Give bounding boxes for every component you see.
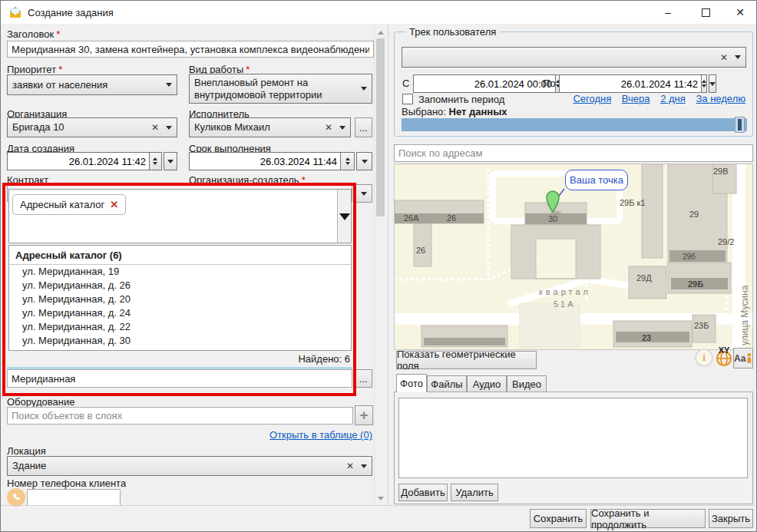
add-equipment-button[interactable]: + [355,405,373,425]
list-item[interactable]: ул. Меридианная, 19 [9,265,351,279]
due-date-spinner[interactable] [340,152,355,170]
scroll-up-button[interactable] [375,25,386,37]
map-label-street: улица Мусина [739,285,750,345]
track-range-handle[interactable] [735,117,745,133]
list-item[interactable]: ул. Меридианная, д. 22 [9,320,351,334]
map-label-26a: 26А [404,213,419,223]
left-panel-scrollbar[interactable] [374,25,386,506]
scroll-down-icon [378,497,384,504]
map-label-29v: 29В [713,167,729,176]
phone-input[interactable] [27,489,121,506]
due-date-calendar-button[interactable] [356,152,372,170]
chevron-down-icon [339,213,350,226]
save-and-continue-button[interactable]: Сохранить и продолжить [590,509,706,528]
text-style-icon[interactable]: Aa [733,348,753,368]
link-today[interactable]: Сегодня [573,93,611,104]
info-icon[interactable]: i [695,349,713,367]
scroll-down-button[interactable] [375,494,386,506]
chip-remove-icon[interactable]: ✕ [110,199,118,210]
map-label-29: 29 [689,210,699,219]
chevron-down-icon [709,82,716,89]
panel-divider [388,24,388,505]
tab-photo[interactable]: Фото [396,374,427,392]
maximize-button[interactable] [693,1,718,24]
close-button[interactable]: ✕ [728,1,752,24]
remember-period-checkbox[interactable] [402,94,413,104]
executor-browse-button[interactable]: ... [355,117,372,137]
link-week[interactable]: За неделю [696,93,745,104]
chip-label: Адресный каталог [20,199,104,210]
your-point-callout: Ваша точка [565,170,628,190]
track-from-input[interactable] [413,74,555,93]
map-view[interactable]: 26А 26 26 30 29Б к1 29 29В 29/2 29б 29Д … [394,164,753,350]
creator-org-dropdown-button[interactable] [355,184,372,203]
list-item[interactable]: ул. Меридианная, д. 30 [9,334,351,348]
list-item[interactable]: ул. Меридианная, д. 26 [9,279,351,292]
equipment-search-input[interactable] [7,407,353,425]
contract-label: Контракт [7,174,48,186]
phone-icon [7,488,25,507]
selected-value: Нет данных [449,106,507,117]
map-label-23: 23 [642,333,651,342]
plus-icon: + [359,407,368,424]
link-yesterday[interactable]: Вчера [622,93,650,104]
chevron-down-icon [166,126,172,133]
address-browse-button[interactable]: ... [355,369,372,388]
open-in-table-wrap: Открыть в таблице (0) [193,429,372,441]
tab-audio[interactable]: Аудио [467,375,507,392]
work-type-value: Внеплановый ремонт на внутридомовой терр… [194,77,361,101]
map-label-29d: 29Д [636,273,652,283]
list-item[interactable]: ул. Меридианная, д. 20 [9,292,351,306]
open-in-table-link[interactable]: Открыть в таблице (0) [269,429,372,441]
link-2days[interactable]: 2 дня [660,93,686,104]
map-label-30: 30 [548,214,557,223]
tab-video[interactable]: Видео [507,375,547,392]
creation-date-spinner[interactable] [149,152,162,170]
phone-label: Номер телефона клиента [7,477,126,489]
map-label-29b2: 29Б [688,279,703,289]
title-input[interactable] [7,41,374,58]
chevron-down-icon [361,87,367,94]
clear-x-icon[interactable]: ✕ [720,52,728,63]
track-to-spinner[interactable] [701,74,707,93]
chevron-down-icon [167,160,174,167]
clear-x-icon[interactable]: ✕ [325,122,332,133]
show-geometry-button[interactable]: Показать геометрические поля [396,351,537,369]
organization-combobox[interactable]: Бригада 10 ✕ [7,117,177,137]
track-to-input[interactable] [559,74,701,93]
clear-x-icon[interactable]: ✕ [346,461,354,471]
creation-date-input[interactable] [7,152,149,170]
track-to-calendar-button[interactable] [709,74,716,93]
track-user-combobox[interactable]: ✕ [402,47,746,68]
due-date-picker [189,152,372,170]
clear-x-icon[interactable]: ✕ [151,122,159,133]
xy-globe-icon[interactable]: XY [714,346,734,368]
remove-attachment-button[interactable]: Удалить [451,484,498,501]
add-attachment-button[interactable]: Добавить [398,484,448,501]
location-combobox[interactable]: Здание ✕ [7,456,372,476]
tab-files[interactable]: Файлы [427,375,467,392]
map-label-kvartal: квартал [539,287,591,296]
address-catalog-chip[interactable]: Адресный каталог ✕ [12,194,126,215]
work-type-combobox[interactable]: Внеплановый ремонт на внутридомовой терр… [189,74,372,104]
multiselect-dropdown-button[interactable] [337,190,351,243]
priority-combobox[interactable]: заявки от населения [7,74,177,95]
creation-date-calendar-button[interactable] [164,152,177,170]
spin-down-icon [702,84,706,90]
minimize-button[interactable]: – [656,1,680,24]
user-track-title: Трек пользователя [405,26,500,38]
photo-list-box[interactable] [398,398,748,478]
save-button[interactable]: Сохранить [530,509,587,528]
list-item[interactable]: ул. Меридианная, д. 24 [9,306,351,320]
due-date-input[interactable] [189,152,340,170]
map-label-26s: 26 [416,246,425,255]
track-range-bar[interactable] [402,118,747,131]
scrollbar-thumb[interactable] [376,38,385,216]
address-search-input[interactable] [7,369,352,388]
required-asterisk: * [56,28,60,40]
executor-combobox[interactable]: Куликов Михаил ✕ [189,117,351,137]
chevron-down-icon [361,192,367,199]
spin-up-icon [702,78,706,83]
map-address-search-input[interactable] [394,144,753,162]
close-window-button[interactable]: Закрыть [709,509,753,528]
